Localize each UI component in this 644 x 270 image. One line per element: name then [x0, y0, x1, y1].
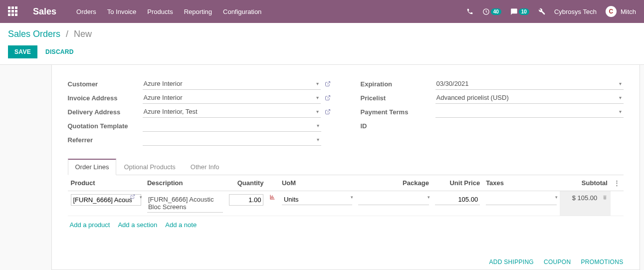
coupon-button[interactable]: COUPON: [544, 259, 571, 266]
table-row: ▾ [FURN_6666] Acoustic Bloc Screens: [68, 191, 624, 216]
apps-icon[interactable]: [8, 6, 18, 16]
customer-field[interactable]: [143, 78, 321, 90]
company-name: Cybrosys Tech: [554, 8, 597, 15]
user-menu[interactable]: C Mitch: [606, 6, 636, 17]
add-product-link[interactable]: Add a product: [70, 221, 110, 229]
breadcrumb-sep: /: [66, 29, 68, 39]
navbar-right: 40 10 Cybrosys Tech C Mitch: [466, 6, 636, 17]
discard-button[interactable]: DISCARD: [45, 48, 74, 55]
id-label: ID: [361, 122, 435, 130]
col-subtotal: Subtotal: [560, 175, 611, 191]
line-description[interactable]: [FURN_6666] Acoustic Bloc Screens: [147, 194, 223, 213]
referrer-field[interactable]: [143, 134, 321, 146]
col-quantity: Quantity: [226, 175, 267, 191]
messages-badge: 10: [519, 8, 529, 15]
delivery-address-label: Delivery Address: [68, 108, 143, 116]
form-sheet: Customer ▾ Invoice Address ▾: [51, 65, 640, 270]
pricelist-field[interactable]: [435, 92, 624, 104]
quotation-template-field[interactable]: [143, 120, 321, 132]
app-brand[interactable]: Sales: [33, 6, 56, 17]
messages-icon[interactable]: 10: [510, 8, 529, 15]
form-left-column: Customer ▾ Invoice Address ▾: [68, 77, 331, 147]
pricelist-label: Pricelist: [361, 94, 435, 102]
referrer-label: Referrer: [68, 136, 143, 144]
breadcrumb-current: New: [74, 29, 92, 39]
external-link-icon[interactable]: [325, 95, 331, 101]
external-link-icon[interactable]: [130, 194, 135, 199]
tab-order-lines[interactable]: Order Lines: [68, 159, 117, 175]
line-subtotal: $ 105.00: [572, 194, 598, 202]
col-package: Package: [355, 175, 431, 191]
col-kebab: ⋮: [611, 175, 624, 191]
main-menu: Orders To Invoice Products Reporting Con…: [76, 8, 261, 15]
col-uom: UoM: [279, 175, 355, 191]
col-taxes: Taxes: [483, 175, 559, 191]
customer-label: Customer: [68, 80, 143, 88]
form-actions: SAVE DISCARD: [8, 45, 636, 58]
menu-orders[interactable]: Orders: [76, 8, 96, 15]
tools-icon[interactable]: [538, 8, 545, 15]
company-selector[interactable]: Cybrosys Tech: [554, 8, 597, 15]
add-note-link[interactable]: Add a note: [165, 221, 197, 229]
add-section-link[interactable]: Add a section: [118, 221, 157, 229]
expiration-label: Expiration: [361, 80, 435, 88]
form-right-column: Expiration ▾ Pricelist ▾ Payment Terms: [361, 77, 624, 147]
breadcrumb-root[interactable]: Sales Orders: [8, 29, 60, 39]
payment-terms-field[interactable]: [435, 106, 624, 118]
add-shipping-button[interactable]: ADD SHIPPING: [489, 259, 534, 266]
control-panel: Sales Orders / New SAVE DISCARD: [0, 23, 644, 65]
phone-icon[interactable]: [466, 8, 473, 15]
kebab-icon[interactable]: ⋮: [614, 179, 620, 187]
menu-to-invoice[interactable]: To Invoice: [107, 8, 137, 15]
col-forecast-icon: [266, 175, 279, 191]
order-lines-table: Product Description Quantity UoM Package…: [68, 175, 624, 216]
expiration-field[interactable]: [435, 78, 624, 90]
breadcrumb: Sales Orders / New: [8, 29, 636, 39]
tab-other-info[interactable]: Other Info: [183, 159, 227, 175]
add-links-row: Add a product Add a section Add a note: [68, 216, 624, 235]
top-navbar: Sales Orders To Invoice Products Reporti…: [0, 0, 644, 23]
save-button[interactable]: SAVE: [8, 45, 37, 58]
activities-icon[interactable]: 40: [482, 8, 501, 15]
line-uom-field[interactable]: [282, 194, 352, 205]
user-name: Mitch: [621, 8, 636, 15]
external-link-icon[interactable]: [325, 81, 331, 87]
activities-badge: 40: [491, 8, 501, 15]
col-description: Description: [144, 175, 226, 191]
line-package-field[interactable]: [358, 194, 429, 205]
promotions-button[interactable]: PROMOTIONS: [581, 259, 623, 266]
form-tabs: Order Lines Optional Products Other Info: [68, 159, 624, 175]
menu-configuration[interactable]: Configuration: [223, 8, 261, 15]
col-unit-price: Unit Price: [432, 175, 483, 191]
invoice-address-label: Invoice Address: [68, 94, 143, 102]
menu-reporting[interactable]: Reporting: [184, 8, 212, 15]
trash-icon[interactable]: [602, 194, 608, 202]
line-quantity-field[interactable]: [229, 194, 264, 206]
line-unit-price-field[interactable]: [435, 194, 480, 205]
tab-optional-products[interactable]: Optional Products: [116, 159, 183, 175]
external-link-icon[interactable]: [325, 109, 331, 115]
footer-actions: ADD SHIPPING COUPON PROMOTIONS: [68, 255, 624, 266]
avatar: C: [606, 6, 617, 17]
line-taxes-field[interactable]: [486, 194, 556, 205]
forecast-icon[interactable]: [269, 194, 276, 200]
payment-terms-label: Payment Terms: [361, 108, 435, 116]
quotation-template-label: Quotation Template: [68, 122, 143, 130]
invoice-address-field[interactable]: [143, 92, 321, 104]
delivery-address-field[interactable]: [143, 106, 321, 118]
col-product: Product: [68, 175, 144, 191]
menu-products[interactable]: Products: [147, 8, 173, 15]
